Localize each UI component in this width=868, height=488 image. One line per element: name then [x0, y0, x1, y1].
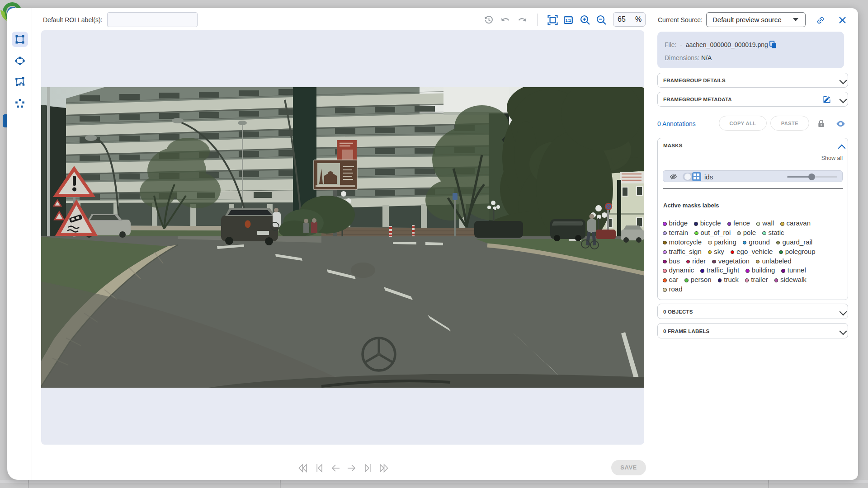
svg-text:1:1: 1:1	[566, 18, 571, 23]
